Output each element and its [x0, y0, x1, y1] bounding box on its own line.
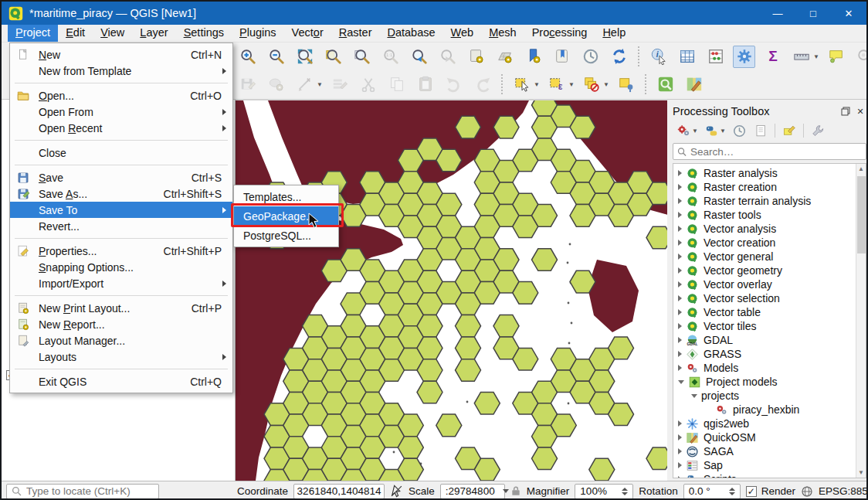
menu-item-revert[interactable]: Revert...: [10, 218, 232, 234]
menu-item-layout-manager[interactable]: Layout Manager...: [10, 332, 232, 349]
temporal-controller-button[interactable]: [579, 46, 602, 68]
tree-collapsed-icon[interactable]: [678, 323, 682, 329]
tree-collapsed-icon[interactable]: [678, 212, 682, 218]
tree-collapsed-icon[interactable]: [678, 267, 682, 274]
models-menu-button[interactable]: [674, 121, 693, 140]
submenu-item-postgresql[interactable]: PostgreSQL...: [234, 226, 338, 245]
menu-item-properties[interactable]: Properties...Ctrl+Shift+P: [10, 243, 232, 259]
menu-item-import-export[interactable]: Import/Export: [10, 275, 232, 291]
tree-item-gdal[interactable]: GDALGDAL: [673, 333, 866, 347]
new-3d-map-view-button[interactable]: [493, 46, 516, 68]
scrollbar-thumb[interactable]: [857, 176, 866, 253]
menu-item-layouts[interactable]: Layouts: [10, 349, 232, 365]
tree-item-vector-general[interactable]: Vector general: [673, 250, 866, 264]
locator-input[interactable]: [26, 485, 150, 497]
tree-collapsed-icon[interactable]: [678, 434, 682, 440]
measure-line-dropdown-icon[interactable]: ▼: [813, 53, 820, 60]
tree-item-project-models[interactable]: Project models: [673, 375, 866, 389]
osm-place-search-button[interactable]: [654, 73, 676, 96]
open-attribute-table-button[interactable]: [676, 46, 698, 68]
results-viewer-button[interactable]: [751, 121, 770, 140]
scripts-menu-dropdown-icon[interactable]: ▼: [720, 128, 727, 134]
tree-collapsed-icon[interactable]: [678, 226, 682, 232]
tree-collapsed-icon[interactable]: [678, 240, 682, 246]
options-button[interactable]: [809, 121, 827, 140]
zoom-out-button[interactable]: [265, 46, 287, 68]
tree-item-models[interactable]: Models: [673, 361, 866, 375]
menu-item-new-print-layout[interactable]: New Print Layout...Ctrl+P: [10, 300, 232, 316]
history-button[interactable]: [730, 121, 748, 140]
spin-up-icon[interactable]: [622, 488, 628, 491]
menu-layer[interactable]: Layer: [132, 25, 175, 42]
tree-collapsed-icon[interactable]: [678, 476, 682, 478]
tree-item-sap[interactable]: Sap: [673, 458, 866, 472]
deselect-features-button[interactable]: [580, 73, 602, 96]
tree-item-qgis2web[interactable]: qgis2web: [673, 417, 866, 430]
deselect-features-dropdown-icon[interactable]: ▼: [603, 81, 610, 88]
tree-item-raster-analysis[interactable]: Raster analysis: [673, 166, 866, 180]
menu-view[interactable]: View: [93, 25, 132, 42]
spin-down-icon[interactable]: [729, 492, 735, 495]
select-features-button[interactable]: [510, 73, 533, 96]
menu-item-snapping-options[interactable]: Snapping Options...: [10, 259, 232, 275]
new-spatial-bookmark-button[interactable]: [522, 46, 544, 68]
menu-item-close[interactable]: Close: [10, 145, 232, 161]
menu-project[interactable]: Project: [8, 25, 58, 42]
chevron-down-icon[interactable]: [503, 489, 509, 493]
tree-collapsed-icon[interactable]: [678, 309, 682, 315]
tree-collapsed-icon[interactable]: [678, 462, 682, 468]
panel-close-icon[interactable]: ✕: [854, 106, 866, 117]
zoom-full-button[interactable]: [293, 46, 316, 68]
tree-item-vector-overlay[interactable]: Vector overlay: [673, 277, 866, 291]
maximize-button[interactable]: □: [795, 2, 831, 25]
menu-help[interactable]: Help: [595, 25, 633, 42]
models-menu-dropdown-icon[interactable]: ▼: [692, 128, 699, 134]
menu-item-new-from-template[interactable]: New from Template: [10, 63, 232, 79]
refresh-map-button[interactable]: [608, 46, 630, 68]
zoom-in-button[interactable]: [236, 46, 259, 68]
scale-combo[interactable]: :29784800: [440, 484, 505, 499]
tree-item-vector-selection[interactable]: Vector selection: [673, 291, 866, 305]
scroll-up-icon[interactable]: ▲: [858, 165, 864, 172]
extents-toggle-icon[interactable]: [390, 485, 403, 498]
select-by-expression-button[interactable]: ε: [545, 73, 568, 96]
render-checkbox[interactable]: ✓: [746, 486, 757, 497]
spin-up-icon[interactable]: [729, 488, 735, 491]
tree-item-quickosm[interactable]: QuickOSM: [673, 430, 866, 444]
tree-item-scripts[interactable]: Scripts: [673, 472, 866, 478]
menu-item-new-report[interactable]: New Report...: [10, 316, 232, 332]
map-tips-button[interactable]: [825, 46, 847, 68]
zoom-to-selection-button[interactable]: [322, 46, 344, 68]
tree-item-raster-tools[interactable]: Raster tools: [673, 208, 866, 222]
select-by-value-button[interactable]: [615, 73, 637, 96]
select-by-expression-dropdown-icon[interactable]: ▼: [568, 81, 575, 88]
tree-expanded-icon[interactable]: [691, 394, 697, 398]
zoom-last-button[interactable]: [408, 46, 430, 68]
menu-item-save-to[interactable]: Save To: [10, 202, 232, 218]
digitize-with-segment-dropdown-icon[interactable]: ▼: [317, 81, 324, 88]
render-toggle[interactable]: ✓ Render: [746, 485, 795, 497]
spin-down-icon[interactable]: [622, 492, 628, 495]
tree-collapsed-icon[interactable]: [678, 420, 682, 427]
map-canvas[interactable]: [236, 100, 667, 481]
menu-vector[interactable]: Vector: [284, 25, 331, 42]
tree-item-projects[interactable]: projects: [673, 389, 866, 403]
scroll-down-icon[interactable]: ▼: [858, 469, 864, 476]
new-map-view-button[interactable]: [465, 46, 487, 68]
tree-scrollbar[interactable]: ▲ ▼: [856, 164, 866, 478]
processing-search-input[interactable]: [690, 146, 862, 158]
tree-collapsed-icon[interactable]: [678, 351, 682, 357]
measure-line-button[interactable]: [790, 46, 812, 68]
lock-scale-icon[interactable]: [510, 485, 521, 497]
toggle-processing-toolbox-button[interactable]: [733, 46, 755, 68]
tree-collapsed-icon[interactable]: [678, 295, 682, 301]
epsg-status[interactable]: EPSG:8857: [819, 485, 868, 497]
crs-globe-icon[interactable]: [801, 485, 813, 498]
menu-raster[interactable]: Raster: [331, 25, 380, 42]
menu-settings[interactable]: Settings: [176, 25, 232, 42]
quickosm-button[interactable]: [683, 73, 705, 96]
show-statistical-summary-button[interactable]: Σ: [761, 46, 784, 68]
tree-item-vector-creation[interactable]: Vector creation: [673, 236, 866, 250]
tree-collapsed-icon[interactable]: [678, 448, 682, 454]
tree-item-raster-terrain-analysis[interactable]: Raster terrain analysis: [673, 194, 866, 208]
